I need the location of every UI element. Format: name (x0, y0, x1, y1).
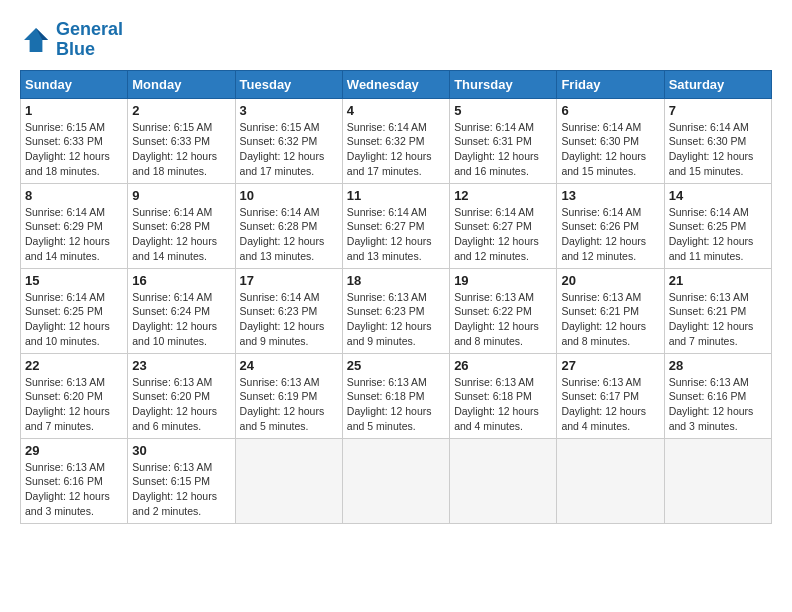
day-info: Sunrise: 6:13 AMSunset: 6:18 PMDaylight:… (347, 375, 445, 434)
day-number: 28 (669, 358, 767, 373)
day-info: Sunrise: 6:14 AMSunset: 6:28 PMDaylight:… (132, 205, 230, 264)
day-cell-18: 18Sunrise: 6:13 AMSunset: 6:23 PMDayligh… (342, 268, 449, 353)
day-cell-1: 1Sunrise: 6:15 AMSunset: 6:33 PMDaylight… (21, 98, 128, 183)
day-info: Sunrise: 6:14 AMSunset: 6:32 PMDaylight:… (347, 120, 445, 179)
day-number: 27 (561, 358, 659, 373)
logo-text: General Blue (56, 20, 123, 60)
day-cell-14: 14Sunrise: 6:14 AMSunset: 6:25 PMDayligh… (664, 183, 771, 268)
week-row-2: 8Sunrise: 6:14 AMSunset: 6:29 PMDaylight… (21, 183, 772, 268)
day-info: Sunrise: 6:13 AMSunset: 6:16 PMDaylight:… (669, 375, 767, 434)
day-number: 11 (347, 188, 445, 203)
day-cell-5: 5Sunrise: 6:14 AMSunset: 6:31 PMDaylight… (450, 98, 557, 183)
day-number: 18 (347, 273, 445, 288)
day-info: Sunrise: 6:14 AMSunset: 6:30 PMDaylight:… (669, 120, 767, 179)
day-cell-8: 8Sunrise: 6:14 AMSunset: 6:29 PMDaylight… (21, 183, 128, 268)
day-info: Sunrise: 6:14 AMSunset: 6:27 PMDaylight:… (454, 205, 552, 264)
day-number: 3 (240, 103, 338, 118)
day-cell-16: 16Sunrise: 6:14 AMSunset: 6:24 PMDayligh… (128, 268, 235, 353)
day-cell-4: 4Sunrise: 6:14 AMSunset: 6:32 PMDaylight… (342, 98, 449, 183)
day-info: Sunrise: 6:14 AMSunset: 6:24 PMDaylight:… (132, 290, 230, 349)
day-cell-9: 9Sunrise: 6:14 AMSunset: 6:28 PMDaylight… (128, 183, 235, 268)
empty-cell (235, 438, 342, 523)
day-info: Sunrise: 6:14 AMSunset: 6:31 PMDaylight:… (454, 120, 552, 179)
empty-cell (557, 438, 664, 523)
day-info: Sunrise: 6:14 AMSunset: 6:27 PMDaylight:… (347, 205, 445, 264)
day-info: Sunrise: 6:13 AMSunset: 6:21 PMDaylight:… (561, 290, 659, 349)
calendar-table: SundayMondayTuesdayWednesdayThursdayFrid… (20, 70, 772, 524)
day-number: 5 (454, 103, 552, 118)
day-info: Sunrise: 6:14 AMSunset: 6:25 PMDaylight:… (669, 205, 767, 264)
day-number: 6 (561, 103, 659, 118)
day-info: Sunrise: 6:13 AMSunset: 6:22 PMDaylight:… (454, 290, 552, 349)
col-header-friday: Friday (557, 70, 664, 98)
day-cell-25: 25Sunrise: 6:13 AMSunset: 6:18 PMDayligh… (342, 353, 449, 438)
day-cell-10: 10Sunrise: 6:14 AMSunset: 6:28 PMDayligh… (235, 183, 342, 268)
day-cell-24: 24Sunrise: 6:13 AMSunset: 6:19 PMDayligh… (235, 353, 342, 438)
day-info: Sunrise: 6:13 AMSunset: 6:23 PMDaylight:… (347, 290, 445, 349)
day-cell-20: 20Sunrise: 6:13 AMSunset: 6:21 PMDayligh… (557, 268, 664, 353)
day-number: 25 (347, 358, 445, 373)
day-number: 26 (454, 358, 552, 373)
day-number: 12 (454, 188, 552, 203)
day-cell-22: 22Sunrise: 6:13 AMSunset: 6:20 PMDayligh… (21, 353, 128, 438)
day-number: 24 (240, 358, 338, 373)
day-info: Sunrise: 6:13 AMSunset: 6:16 PMDaylight:… (25, 460, 123, 519)
day-cell-23: 23Sunrise: 6:13 AMSunset: 6:20 PMDayligh… (128, 353, 235, 438)
week-row-3: 15Sunrise: 6:14 AMSunset: 6:25 PMDayligh… (21, 268, 772, 353)
col-header-tuesday: Tuesday (235, 70, 342, 98)
header-row: SundayMondayTuesdayWednesdayThursdayFrid… (21, 70, 772, 98)
col-header-wednesday: Wednesday (342, 70, 449, 98)
day-cell-3: 3Sunrise: 6:15 AMSunset: 6:32 PMDaylight… (235, 98, 342, 183)
day-info: Sunrise: 6:14 AMSunset: 6:23 PMDaylight:… (240, 290, 338, 349)
day-number: 19 (454, 273, 552, 288)
day-number: 2 (132, 103, 230, 118)
day-info: Sunrise: 6:13 AMSunset: 6:20 PMDaylight:… (132, 375, 230, 434)
week-row-4: 22Sunrise: 6:13 AMSunset: 6:20 PMDayligh… (21, 353, 772, 438)
day-cell-17: 17Sunrise: 6:14 AMSunset: 6:23 PMDayligh… (235, 268, 342, 353)
day-number: 15 (25, 273, 123, 288)
day-cell-27: 27Sunrise: 6:13 AMSunset: 6:17 PMDayligh… (557, 353, 664, 438)
empty-cell (450, 438, 557, 523)
day-number: 4 (347, 103, 445, 118)
col-header-thursday: Thursday (450, 70, 557, 98)
day-number: 22 (25, 358, 123, 373)
day-info: Sunrise: 6:14 AMSunset: 6:28 PMDaylight:… (240, 205, 338, 264)
day-info: Sunrise: 6:13 AMSunset: 6:19 PMDaylight:… (240, 375, 338, 434)
day-number: 29 (25, 443, 123, 458)
day-cell-19: 19Sunrise: 6:13 AMSunset: 6:22 PMDayligh… (450, 268, 557, 353)
logo: General Blue (20, 20, 123, 60)
col-header-monday: Monday (128, 70, 235, 98)
day-info: Sunrise: 6:14 AMSunset: 6:30 PMDaylight:… (561, 120, 659, 179)
week-row-5: 29Sunrise: 6:13 AMSunset: 6:16 PMDayligh… (21, 438, 772, 523)
day-info: Sunrise: 6:13 AMSunset: 6:17 PMDaylight:… (561, 375, 659, 434)
day-cell-6: 6Sunrise: 6:14 AMSunset: 6:30 PMDaylight… (557, 98, 664, 183)
logo-icon (20, 24, 52, 56)
day-cell-29: 29Sunrise: 6:13 AMSunset: 6:16 PMDayligh… (21, 438, 128, 523)
day-cell-13: 13Sunrise: 6:14 AMSunset: 6:26 PMDayligh… (557, 183, 664, 268)
day-cell-21: 21Sunrise: 6:13 AMSunset: 6:21 PMDayligh… (664, 268, 771, 353)
day-info: Sunrise: 6:14 AMSunset: 6:26 PMDaylight:… (561, 205, 659, 264)
day-cell-28: 28Sunrise: 6:13 AMSunset: 6:16 PMDayligh… (664, 353, 771, 438)
empty-cell (342, 438, 449, 523)
day-info: Sunrise: 6:13 AMSunset: 6:18 PMDaylight:… (454, 375, 552, 434)
day-info: Sunrise: 6:15 AMSunset: 6:32 PMDaylight:… (240, 120, 338, 179)
day-cell-26: 26Sunrise: 6:13 AMSunset: 6:18 PMDayligh… (450, 353, 557, 438)
day-cell-15: 15Sunrise: 6:14 AMSunset: 6:25 PMDayligh… (21, 268, 128, 353)
day-cell-2: 2Sunrise: 6:15 AMSunset: 6:33 PMDaylight… (128, 98, 235, 183)
day-number: 23 (132, 358, 230, 373)
day-number: 21 (669, 273, 767, 288)
day-number: 1 (25, 103, 123, 118)
col-header-sunday: Sunday (21, 70, 128, 98)
day-number: 30 (132, 443, 230, 458)
day-number: 10 (240, 188, 338, 203)
week-row-1: 1Sunrise: 6:15 AMSunset: 6:33 PMDaylight… (21, 98, 772, 183)
day-number: 7 (669, 103, 767, 118)
day-number: 13 (561, 188, 659, 203)
day-cell-12: 12Sunrise: 6:14 AMSunset: 6:27 PMDayligh… (450, 183, 557, 268)
day-number: 9 (132, 188, 230, 203)
day-cell-30: 30Sunrise: 6:13 AMSunset: 6:15 PMDayligh… (128, 438, 235, 523)
day-info: Sunrise: 6:13 AMSunset: 6:15 PMDaylight:… (132, 460, 230, 519)
day-info: Sunrise: 6:15 AMSunset: 6:33 PMDaylight:… (25, 120, 123, 179)
day-number: 20 (561, 273, 659, 288)
day-info: Sunrise: 6:15 AMSunset: 6:33 PMDaylight:… (132, 120, 230, 179)
